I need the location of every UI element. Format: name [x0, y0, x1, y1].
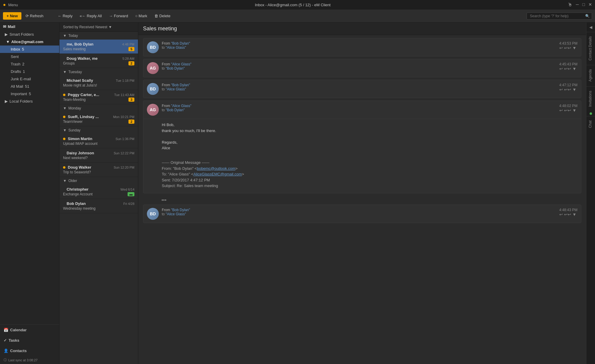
thread-time-area: 4:48:43 PM ↩ ↩↩ ▼ [559, 208, 577, 217]
maximize-button[interactable]: □ [583, 2, 585, 7]
sidebar-item-tasks[interactable]: ✓ Tasks [0, 335, 59, 346]
reply-all-button[interactable]: «← Reply All [77, 12, 105, 20]
from-link[interactable]: "Bob Dylan" [171, 83, 190, 87]
list-item[interactable]: Michael Scally Tue 1:18 PM Movie night a… [59, 76, 138, 90]
thread-item-header[interactable]: BD From "Bob Dylan" to "Alice Glass" 4:4… [143, 205, 581, 223]
sort-label[interactable]: Sorted by Received Newest ▼ [63, 25, 112, 29]
new-button[interactable]: + New [3, 12, 21, 20]
reply-all-icon[interactable]: ↩↩ [564, 212, 571, 217]
refresh-button[interactable]: ⟳ Refresh [23, 12, 46, 20]
list-item[interactable]: me, Bob Dylan 4:48 PM Sales meeting 5 [59, 40, 138, 54]
list-item[interactable]: Simon Martin Sun 1:36 PM Upload IMAP acc… [59, 134, 138, 148]
thread-time: 4:43:53 PM [559, 41, 577, 46]
delete-button[interactable]: 🗑 Delete [151, 12, 173, 20]
list-item[interactable]: Bob Dylan Fri 4/28 Wednesday meeting [59, 199, 138, 213]
thread-meta: From "Bob Dylan" to "Alice Glass" [162, 83, 556, 91]
list-item[interactable]: SueR, Lindsay ... Mon 10:21 PM TeamViewe… [59, 112, 138, 126]
thread-actions: ↩ ↩↩ ▼ [559, 212, 577, 217]
sidebar-item-important[interactable]: Important 5 [0, 90, 59, 98]
message-subject: Upload IMAP account [63, 142, 134, 146]
reply-button[interactable]: ← Reply [55, 12, 76, 20]
reply-all-icon[interactable]: ↩↩ [564, 46, 571, 50]
more-icon[interactable]: ▼ [572, 108, 577, 113]
sidebar-footer: 📅 Calendar ✓ Tasks 👤 Contacts ⓘ Last syn… [0, 324, 59, 364]
thread-item-header[interactable]: BD From "Bob Dylan" to "Alice Glass" 4:4… [143, 38, 581, 56]
thread-item-header[interactable]: AG From "Alice Glass" to "Bob Dylan" 4:4… [143, 101, 581, 119]
menu-label[interactable]: Menu [8, 3, 18, 7]
message-time: Sun 12:22 PM [114, 151, 134, 155]
more-icon[interactable]: ▼ [572, 66, 577, 71]
inbox-badge: 5 [22, 47, 24, 51]
orig-from-link[interactable]: bobemc@outlook.com [197, 166, 236, 171]
mail-header[interactable]: ✉ Mail [0, 23, 59, 31]
sidebar-item-inbox[interactable]: Inbox 5 [0, 46, 59, 53]
close-button[interactable]: ✕ [588, 2, 592, 7]
right-panel: ◀ Contact Details Agenda Invitations Cha… [586, 23, 595, 364]
sync-status-text: Last sync at 3:08:27 [8, 358, 37, 362]
contacts-icon: 👤 [4, 349, 8, 353]
thread-item: BD From "Bob Dylan" to "Alice Glass" 4:4… [143, 80, 581, 98]
sidebar-item-trash[interactable]: Trash 2 [0, 60, 59, 68]
list-item[interactable]: Doug Walker, me 5:28 AM Groups 2 [59, 54, 138, 68]
message-list-body: ▼Today me, Bob Dylan 4:48 PM Sales meeti… [59, 32, 138, 364]
list-item[interactable]: Christopher Wed 6/14 Exchange Account ▬ [59, 185, 138, 199]
list-item[interactable]: Daisy Johnson Sun 12:22 PM Next weekend? [59, 148, 138, 163]
sidebar-item-local-folders[interactable]: ▶ Local Folders [0, 98, 59, 105]
tab-chat[interactable]: Chat [586, 116, 595, 132]
thread-item-header[interactable]: BD From "Bob Dylan" to "Alice Glass" 4:4… [143, 80, 581, 98]
more-icon[interactable]: ▼ [572, 87, 577, 92]
orig-to-link[interactable]: AliceGlassEMC@gmail.com [193, 172, 242, 176]
more-icon[interactable]: ▼ [572, 212, 577, 217]
reply-all-icon[interactable]: ↩↩ [564, 87, 571, 92]
minimize-button[interactable]: ─ [576, 2, 579, 7]
more-icon[interactable]: ▼ [572, 46, 577, 50]
search-icon: 🔍 [585, 14, 590, 18]
to-link[interactable]: "Alice Glass" [166, 87, 186, 91]
sidebar-item-drafts[interactable]: Drafts 1 [0, 68, 59, 75]
from-link[interactable]: "Bob Dylan" [171, 208, 190, 212]
reply-icon[interactable]: ↩ [559, 212, 563, 217]
sidebar-item-sent[interactable]: Sent [0, 53, 59, 60]
search-input[interactable] [527, 12, 592, 20]
list-item[interactable]: Doug Walker Sun 12:20 PM Trip to Seaworl… [59, 163, 138, 177]
to-link[interactable]: "Bob Dylan" [166, 108, 185, 112]
sent-label: Sent [11, 54, 19, 59]
sort-chevron-icon: ▼ [109, 25, 112, 29]
panel-collapse-arrow[interactable]: ◀ [588, 23, 594, 32]
thread-item-header[interactable]: AG From "Alice Glass" to "Bob Dylan" 4:4… [143, 59, 581, 77]
sidebar-account[interactable]: ▼ Alice@gmail.com [0, 38, 59, 46]
orig-from: From: "Bob Dylan" <bobemc@outlook.com> [162, 166, 563, 172]
sidebar-item-calendar[interactable]: 📅 Calendar [0, 325, 59, 335]
mark-button[interactable]: ○ Mark [132, 12, 150, 20]
message-sender: Bob Dylan [67, 201, 121, 206]
sidebar-item-all-mail[interactable]: All Mail 51 [0, 83, 59, 90]
trash-badge: 2 [22, 62, 24, 66]
forward-button[interactable]: → Forward [106, 12, 131, 20]
to-link[interactable]: "Bob Dylan" [166, 66, 185, 70]
body-greeting: Hi Bob, [162, 122, 563, 128]
reply-icon[interactable]: ↩ [559, 66, 563, 71]
reply-icon[interactable]: ↩ [559, 108, 563, 113]
list-item[interactable]: Peggy Carter, e... Tue 11:43 AM Team-Mee… [59, 90, 138, 104]
from-link[interactable]: "Bob Dylan" [171, 41, 190, 46]
reply-icon[interactable]: ↩ [559, 46, 563, 50]
sidebar-item-contacts[interactable]: 👤 Contacts [0, 346, 59, 356]
reply-all-icon[interactable]: ↩↩ [564, 66, 571, 71]
unread-dot [63, 166, 65, 169]
day-label: Tuesday [68, 70, 82, 74]
more-messages-dots[interactable]: ••• [143, 196, 581, 205]
tab-agenda[interactable]: Agenda [586, 65, 595, 86]
tab-contact-details[interactable]: Contact Details [586, 32, 595, 65]
to-link[interactable]: "Alice Glass" [166, 46, 186, 50]
tab-invitations[interactable]: Invitations [586, 86, 595, 111]
from-link[interactable]: "Alice Glass" [171, 104, 191, 108]
sidebar-item-smart-folders[interactable]: ▶ Smart Folders [0, 31, 59, 38]
search-wrap: 🔍 [527, 12, 592, 20]
calendar-icon: 📅 [4, 328, 8, 332]
to-link[interactable]: "Alice Glass" [166, 212, 186, 216]
reply-all-icon[interactable]: ↩↩ [564, 108, 571, 113]
day-collapse-icon: ▼ [63, 70, 67, 74]
from-link[interactable]: "Alice Glass" [171, 62, 191, 66]
sidebar-item-junk[interactable]: Junk E-mail [0, 75, 59, 83]
reply-icon[interactable]: ↩ [559, 87, 563, 92]
